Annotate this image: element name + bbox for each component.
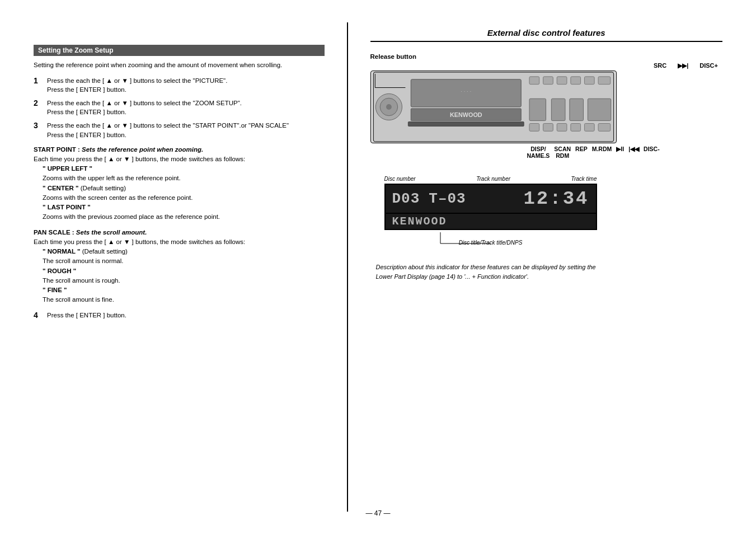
step-4-text: Press the [ ENTER ] button. — [47, 312, 126, 318]
svg-text:KENWOOD: KENWOOD — [449, 111, 482, 118]
pan-scale-italic: Sets the scroll amount. — [76, 229, 147, 236]
play-pause-label: ▶II — [616, 146, 624, 159]
svg-rect-21 — [551, 99, 565, 120]
disc-title-label-area: Disc title/Track title/DNPS — [384, 230, 597, 246]
step-2-sub: Press the [ ENTER ] button. — [47, 109, 126, 115]
device-svg: KENWOOD · · · · — [370, 71, 617, 143]
prev-label: |◀◀ — [628, 146, 639, 159]
step-1-text: Press the each the [ ▲ or ▼ ] buttons to… — [47, 77, 227, 84]
page-number: — 47 — — [365, 509, 390, 517]
release-button-label: Release button — [370, 53, 723, 60]
page: Setting the Zoom Setup Setting the refer… — [0, 0, 756, 534]
step-1: 1 Press the each the [ ▲ or ▼ ] buttons … — [34, 76, 325, 94]
svg-rect-12 — [584, 77, 594, 85]
lcd-track-time: 12:34 — [475, 188, 589, 209]
step-1-sub: Press the [ ENTER ] button. — [47, 86, 126, 93]
svg-rect-11 — [570, 77, 580, 85]
step-3: 3 Press the each the [ ▲ or ▼ ] buttons … — [34, 121, 325, 139]
lcd-section: Disc number Track number Track time D03 … — [370, 176, 611, 246]
step-4-number: 4 — [34, 310, 43, 321]
lcd-disc-number: D03 — [392, 190, 420, 207]
svg-rect-24 — [408, 122, 524, 127]
center-label: " CENTER " — [43, 185, 81, 191]
svg-point-3 — [386, 104, 392, 110]
step-2-number: 2 — [34, 98, 43, 116]
ff-label: ▶▶| — [678, 62, 688, 69]
disc-title-text: Disc title/Track title/DNPS — [459, 240, 523, 246]
lcd-track-number: T–03 — [429, 190, 466, 207]
normal-default: (Default setting) — [82, 248, 128, 255]
center-desc: Zooms with the screen center as the refe… — [43, 194, 192, 201]
step-3-sub: Press the [ ENTER ] button. — [47, 132, 126, 138]
left-column: Setting the Zoom Setup Setting the refer… — [34, 22, 325, 512]
right-column: External disc control features Release b… — [370, 22, 723, 512]
section-subtitle: Setting the reference point when zooming… — [34, 60, 325, 69]
description-note: Description about this indicator for the… — [370, 263, 611, 281]
step-3-number: 3 — [34, 120, 43, 139]
lcd-labels-row: Disc number Track number Track time — [370, 176, 611, 182]
step-2: 2 Press the each the [ ▲ or ▼ ] buttons … — [34, 99, 325, 116]
step-2-content: Press the each the [ ▲ or ▼ ] buttons to… — [47, 99, 325, 116]
step-1-number: 1 — [34, 76, 43, 94]
rough-desc: The scroll amount is rough. — [43, 277, 120, 284]
svg-rect-13 — [598, 77, 611, 85]
normal-label: " NORMAL " — [43, 248, 82, 255]
right-title: External disc control features — [370, 28, 723, 42]
svg-rect-9 — [543, 77, 553, 85]
svg-rect-8 — [529, 77, 539, 85]
step-3-text: Press the each the [ ▲ or ▼ ] buttons to… — [47, 122, 289, 129]
step-4: 4 Press the [ ENTER ] button. — [34, 311, 325, 321]
svg-rect-23 — [588, 99, 611, 120]
fine-desc: The scroll amount is fine. — [43, 296, 114, 303]
section-header: Setting the Zoom Setup — [34, 45, 325, 56]
track-number-label: Track number — [476, 176, 510, 182]
pan-scale-title: PAN SCALE : — [34, 229, 76, 236]
center-default: (Default setting) — [81, 185, 126, 191]
disc-plus-label: DISC+ — [699, 62, 718, 69]
svg-text:· · · ·: · · · · — [461, 88, 471, 94]
rough-label: " ROUGH " — [43, 268, 76, 274]
upper-left-desc: Zooms with the upper left as the referen… — [43, 175, 181, 181]
svg-rect-20 — [529, 99, 546, 120]
top-button-labels: SRC ▶▶| DISC+ — [370, 62, 723, 69]
last-point-label: " LAST POINT " — [43, 204, 91, 210]
svg-rect-17 — [570, 124, 580, 132]
pan-scale-section: PAN SCALE : Sets the scroll amount. Each… — [34, 228, 325, 305]
track-time-label: Track time — [571, 176, 597, 182]
step-3-content: Press the each the [ ▲ or ▼ ] buttons to… — [47, 121, 325, 139]
bottom-button-labels: DISP/NAME.S SCANRDM REP M.RDM ▶II — [370, 146, 723, 159]
svg-rect-19 — [598, 124, 611, 132]
upper-left-label: " UPPER LEFT " — [43, 165, 92, 172]
lcd-brand: KENWOOD — [392, 215, 447, 228]
svg-rect-16 — [557, 124, 567, 132]
start-point-title: START POINT : — [34, 146, 82, 153]
normal-desc: The scroll amount is normal. — [43, 257, 123, 264]
svg-rect-18 — [584, 124, 594, 132]
column-divider — [347, 22, 348, 512]
device-diagram: Release button SRC ▶▶| DISC+ — [370, 53, 723, 159]
last-point-desc: Zooms with the previous zoomed place as … — [43, 213, 220, 220]
rep-label: REP — [575, 146, 588, 159]
start-point-section: START POINT : Sets the reference point w… — [34, 145, 325, 222]
svg-rect-10 — [557, 77, 567, 85]
mrdm-label: M.RDM — [592, 146, 612, 159]
svg-rect-15 — [543, 124, 553, 132]
svg-rect-22 — [569, 99, 583, 120]
src-label: SRC — [654, 62, 666, 69]
pan-scale-body: Each time you press the [ ▲ or ▼ ] butto… — [34, 238, 245, 245]
lcd-display: D03 T–03 12:34 — [384, 184, 597, 214]
disp-name-label: DISP/NAME.S — [527, 146, 550, 159]
step-2-text: Press the each the [ ▲ or ▼ ] buttons to… — [47, 100, 242, 106]
svg-rect-14 — [529, 124, 539, 132]
start-point-italic: Sets the reference point when zooming. — [82, 146, 203, 153]
pan-scale-options: " NORMAL " (Default setting) The scroll … — [43, 247, 325, 305]
scan-rdm-label: SCANRDM — [554, 146, 571, 159]
disc-minus-label: DISC- — [644, 146, 660, 159]
start-point-body: Each time you press the [ ▲ or ▼ ] butto… — [34, 156, 245, 162]
upper-left-block: " UPPER LEFT " Zooms with the upper left… — [43, 164, 325, 222]
lcd-brand-row: KENWOOD — [384, 214, 597, 230]
disc-number-label: Disc number — [384, 176, 416, 182]
fine-label: " FINE " — [43, 287, 67, 293]
description-text: Description about this indicator for the… — [376, 264, 596, 280]
step-4-content: Press the [ ENTER ] button. — [47, 311, 325, 321]
